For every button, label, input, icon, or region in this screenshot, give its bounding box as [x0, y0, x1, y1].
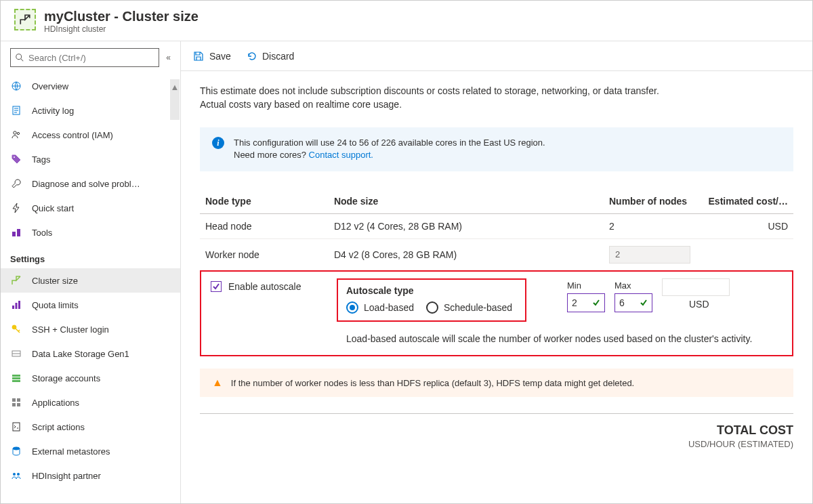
- collapse-sidebar-button[interactable]: «: [166, 53, 171, 62]
- save-icon: [193, 51, 204, 62]
- svg-rect-21: [17, 398, 20, 402]
- check-icon: [592, 299, 600, 307]
- min-nodes-input[interactable]: 2: [567, 293, 605, 312]
- info-icon: i: [212, 137, 224, 149]
- svg-rect-11: [17, 229, 20, 236]
- script-icon: [10, 421, 22, 433]
- svg-rect-18: [12, 377, 20, 379]
- max-nodes-input[interactable]: 6: [614, 293, 652, 312]
- svg-line-1: [21, 59, 24, 62]
- svg-rect-24: [13, 423, 20, 431]
- total-cost: TOTAL COST USD/HOUR (ESTIMATED): [200, 413, 793, 449]
- cluster-icon: [14, 9, 36, 30]
- svg-point-8: [17, 132, 19, 134]
- search-icon: [15, 53, 24, 62]
- page-header: myCluster - Cluster size HDInsight clust…: [1, 1, 812, 41]
- sidebar-item-quick-start[interactable]: Quick start: [1, 196, 180, 220]
- svg-rect-14: [18, 301, 20, 309]
- tag-icon: [10, 153, 22, 165]
- sidebar-item-storage-accounts[interactable]: Storage accounts: [1, 366, 180, 390]
- check-icon: [640, 299, 648, 307]
- col-node-type: Node type: [200, 189, 329, 214]
- autoscale-description: Load-based autoscale will scale the numb…: [346, 333, 766, 346]
- partner-icon: [10, 469, 22, 482]
- globe-icon: [10, 80, 22, 92]
- toolbar: Save Discard: [181, 41, 812, 71]
- svg-rect-22: [12, 403, 16, 406]
- undo-icon: [246, 51, 257, 62]
- main-content: Save Discard This estimate does not incl…: [181, 41, 812, 504]
- autoscale-type-group: Autoscale type Load-based Schedule-based: [337, 278, 526, 322]
- apps-icon: [10, 396, 22, 408]
- page-subtitle: HDInsight cluster: [44, 24, 199, 34]
- sidebar-item-diagnose-and-solve-probl-[interactable]: Diagnose and solve probl…: [1, 171, 180, 196]
- quota-icon: [10, 299, 22, 311]
- svg-point-25: [13, 447, 20, 450]
- contact-support-link[interactable]: Contact support.: [309, 150, 373, 160]
- sidebar-item-overview[interactable]: Overview: [1, 74, 180, 98]
- sidebar: « ▲ OverviewActivity logAccess control (…: [1, 41, 181, 504]
- intro-text: This estimate does not include subscript…: [200, 85, 793, 111]
- sidebar-item-access-control-iam-[interactable]: Access control (IAM): [1, 123, 180, 147]
- table-row: Worker nodeD4 v2 (8 Cores, 28 GB RAM): [200, 238, 793, 270]
- svg-rect-17: [12, 375, 20, 377]
- svg-point-9: [14, 156, 15, 158]
- sidebar-item-tools[interactable]: Tools: [1, 220, 180, 245]
- scroll-up-button[interactable]: ▲: [170, 79, 180, 120]
- svg-rect-19: [12, 380, 20, 382]
- svg-point-27: [17, 473, 20, 476]
- tools-icon: [10, 226, 22, 238]
- col-cost: Estimated cost/…: [699, 189, 793, 214]
- cluster-icon: [10, 274, 22, 287]
- radio-load-based[interactable]: Load-based: [346, 301, 414, 314]
- key-icon: [10, 323, 22, 335]
- warning-icon: ▲: [212, 377, 223, 389]
- datalake-icon: [10, 348, 22, 360]
- search-input[interactable]: [10, 48, 159, 67]
- table-row: Head nodeD12 v2 (4 Cores, 28 GB RAM)2USD: [200, 213, 793, 238]
- sidebar-item-cluster-size[interactable]: Cluster size: [1, 268, 180, 293]
- radio-schedule-based[interactable]: Schedule-based: [426, 301, 512, 314]
- sidebar-item-hdinsight-partner[interactable]: HDInsight partner: [1, 463, 180, 488]
- storage-icon: [10, 372, 22, 384]
- metastore-icon: [10, 445, 22, 457]
- sidebar-item-quota-limits[interactable]: Quota limits: [1, 293, 180, 317]
- warning-banner: ▲ If the number of worker nodes is less …: [200, 369, 793, 397]
- svg-rect-20: [12, 398, 16, 402]
- autoscale-panel: Enable autoscale Autoscale type Load-bas…: [200, 270, 793, 357]
- svg-point-26: [13, 473, 16, 476]
- sidebar-item-script-actions[interactable]: Script actions: [1, 415, 180, 439]
- svg-rect-12: [12, 306, 14, 309]
- svg-rect-13: [16, 303, 18, 309]
- sidebar-item-activity-log[interactable]: Activity log: [1, 98, 180, 123]
- node-table: Node type Node size Number of nodes Esti…: [200, 189, 793, 271]
- svg-rect-10: [12, 232, 16, 236]
- info-banner: i This configuration will use 24 to 56 o…: [200, 127, 793, 171]
- svg-point-0: [16, 54, 22, 60]
- people-icon: [10, 129, 22, 141]
- nav-section-settings: Settings: [1, 245, 180, 268]
- autoscale-cost-cell: USD: [662, 278, 730, 312]
- sidebar-item-ssh-cluster-login[interactable]: SSH + Cluster login: [1, 317, 180, 341]
- log-icon: [10, 104, 22, 117]
- sidebar-item-data-lake-storage-gen1[interactable]: Data Lake Storage Gen1: [1, 341, 180, 366]
- worker-nodes-input[interactable]: [609, 246, 690, 264]
- sidebar-item-external-metastores[interactable]: External metastores: [1, 439, 180, 463]
- discard-button[interactable]: Discard: [246, 51, 294, 62]
- wrench-icon: [10, 177, 22, 190]
- col-num-nodes: Number of nodes: [604, 189, 699, 214]
- page-title: myCluster - Cluster size: [44, 9, 199, 24]
- svg-point-7: [14, 131, 16, 134]
- svg-rect-23: [17, 403, 20, 406]
- bolt-icon: [10, 202, 22, 214]
- enable-autoscale-checkbox[interactable]: Enable autoscale: [211, 281, 337, 292]
- col-node-size: Node size: [329, 189, 604, 214]
- sidebar-item-tags[interactable]: Tags: [1, 147, 180, 171]
- save-button[interactable]: Save: [193, 51, 231, 62]
- sidebar-item-applications[interactable]: Applications: [1, 390, 180, 415]
